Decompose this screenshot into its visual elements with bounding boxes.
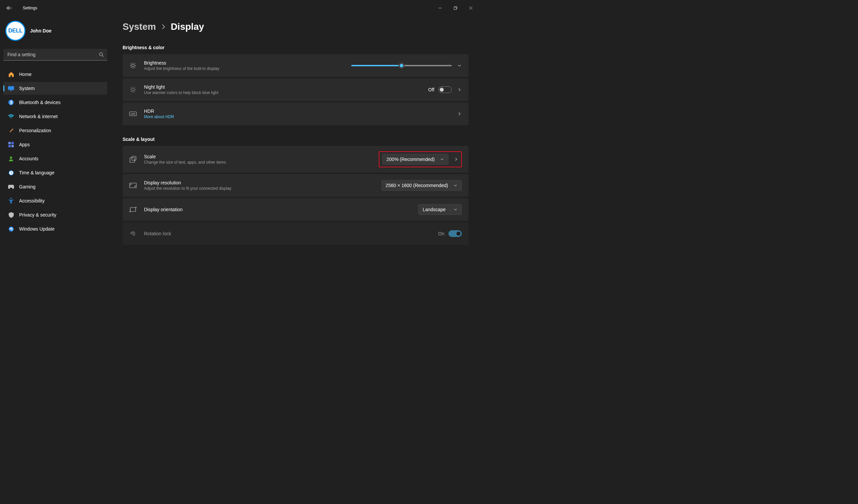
- night-light-sub: Use warmer colors to help block blue lig…: [144, 91, 421, 95]
- search-input[interactable]: [3, 49, 107, 60]
- nav-gaming[interactable]: Gaming: [3, 180, 107, 193]
- night-light-icon: [129, 86, 137, 93]
- nav-label: Time & language: [19, 170, 54, 175]
- system-icon: [8, 85, 14, 91]
- orientation-dropdown[interactable]: Landscape: [418, 204, 462, 215]
- svg-rect-2: [8, 86, 14, 90]
- nav-label: Network & internet: [19, 114, 58, 119]
- username: John Doe: [30, 28, 51, 33]
- svg-point-12: [10, 198, 12, 199]
- night-light-toggle[interactable]: [439, 86, 452, 93]
- minimize-button[interactable]: [432, 3, 448, 13]
- breadcrumb-current: Display: [171, 21, 204, 32]
- back-button[interactable]: [3, 1, 16, 15]
- chevron-right-icon: [161, 24, 165, 30]
- slider-fill: [351, 65, 401, 66]
- card-rotation-lock: Rotation lock On: [123, 222, 468, 245]
- nav-apps[interactable]: Apps: [3, 138, 107, 151]
- nav-bluetooth[interactable]: Bluetooth & devices: [3, 96, 107, 109]
- resolution-dropdown[interactable]: 2560 × 1600 (Recommended): [381, 180, 462, 191]
- search-box[interactable]: [3, 49, 107, 61]
- update-icon: [8, 226, 14, 232]
- maximize-button[interactable]: [448, 3, 463, 13]
- nav-label: System: [19, 86, 35, 91]
- card-scale[interactable]: Scale Change the size of text, apps, and…: [123, 146, 468, 173]
- chevron-down-icon[interactable]: [457, 63, 462, 68]
- nav-system[interactable]: System: [3, 82, 107, 95]
- night-light-title: Night light: [144, 84, 421, 90]
- brightness-slider[interactable]: [351, 65, 452, 66]
- nav-accessibility[interactable]: Accessibility: [3, 194, 107, 207]
- nav-accounts[interactable]: Accounts: [3, 152, 107, 165]
- nav-network[interactable]: Network & internet: [3, 110, 107, 123]
- svg-point-15: [132, 88, 134, 91]
- scale-dropdown[interactable]: 200% (Recommended): [382, 154, 448, 165]
- nav-label: Accessibility: [19, 198, 45, 204]
- wifi-icon: [8, 113, 14, 119]
- breadcrumb-parent[interactable]: System: [123, 21, 156, 32]
- svg-rect-19: [132, 156, 136, 160]
- apps-icon: [8, 142, 14, 148]
- nav-list: Home System Bluetooth & devices Network …: [3, 68, 107, 235]
- nav-home[interactable]: Home: [3, 68, 107, 81]
- main-content: System Display Brightness & color Bright…: [111, 16, 479, 281]
- hdr-icon: HDR: [129, 111, 137, 116]
- chevron-down-icon: [454, 208, 458, 212]
- resolution-title: Display resolution: [144, 180, 374, 185]
- chevron-down-icon: [454, 183, 458, 188]
- svg-rect-18: [130, 158, 134, 162]
- close-button[interactable]: [463, 3, 479, 13]
- card-orientation[interactable]: Display orientation Landscape: [123, 198, 468, 221]
- scale-sub: Change the size of text, apps, and other…: [144, 160, 371, 165]
- svg-rect-0: [454, 7, 457, 10]
- brush-icon: [8, 128, 14, 133]
- slider-thumb[interactable]: [398, 63, 404, 69]
- nav-personalization[interactable]: Personalization: [3, 124, 107, 137]
- svg-point-1: [99, 52, 102, 55]
- orientation-icon: [129, 207, 137, 212]
- chevron-right-icon[interactable]: [454, 157, 459, 162]
- orientation-title: Display orientation: [144, 207, 411, 212]
- svg-rect-22: [132, 233, 134, 234]
- nav-label: Personalization: [19, 128, 51, 133]
- clock-icon: [8, 170, 14, 176]
- svg-rect-7: [9, 145, 11, 147]
- avatar: DELL: [5, 21, 26, 41]
- rotation-lock-icon: [129, 230, 137, 237]
- card-night-light[interactable]: Night light Use warmer colors to help bl…: [123, 78, 468, 101]
- nav-label: Home: [19, 71, 31, 77]
- night-light-state: Off: [428, 87, 434, 92]
- accessibility-icon: [8, 198, 14, 204]
- window-controls: [432, 3, 479, 13]
- scale-highlight: 200% (Recommended): [379, 151, 462, 167]
- toggle-knob: [457, 232, 460, 235]
- card-hdr[interactable]: HDR HDR More about HDR: [123, 102, 468, 125]
- svg-point-9: [10, 157, 12, 159]
- hdr-link[interactable]: More about HDR: [144, 114, 450, 119]
- person-icon: [8, 156, 14, 162]
- svg-rect-3: [10, 90, 12, 91]
- nav-update[interactable]: Windows Update: [3, 223, 107, 235]
- search-icon: [99, 52, 104, 57]
- nav-label: Accounts: [19, 156, 38, 161]
- rotation-lock-state: On: [438, 231, 444, 236]
- svg-rect-8: [11, 145, 14, 147]
- card-resolution[interactable]: Display resolution Adjust the resolution…: [123, 174, 468, 197]
- chevron-right-icon[interactable]: [457, 87, 462, 92]
- nav-time[interactable]: Time & language: [3, 166, 107, 179]
- breadcrumb: System Display: [123, 21, 468, 32]
- scale-icon: [129, 156, 137, 163]
- rotation-lock-title: Rotation lock: [144, 231, 431, 236]
- titlebar: Settings: [0, 0, 479, 16]
- nav-privacy[interactable]: Privacy & security: [3, 209, 107, 221]
- brightness-title: Brightness: [144, 60, 344, 66]
- svg-point-13: [9, 227, 14, 232]
- card-brightness[interactable]: Brightness Adjust the brightness of the …: [123, 54, 468, 77]
- chevron-right-icon[interactable]: [457, 111, 462, 116]
- user-profile[interactable]: DELL John Doe: [3, 19, 107, 49]
- chevron-down-icon: [440, 157, 444, 161]
- svg-text:HDR: HDR: [131, 113, 135, 115]
- resolution-sub: Adjust the resolution to fit your connec…: [144, 186, 374, 191]
- svg-point-14: [132, 64, 134, 67]
- bluetooth-icon: [8, 99, 14, 105]
